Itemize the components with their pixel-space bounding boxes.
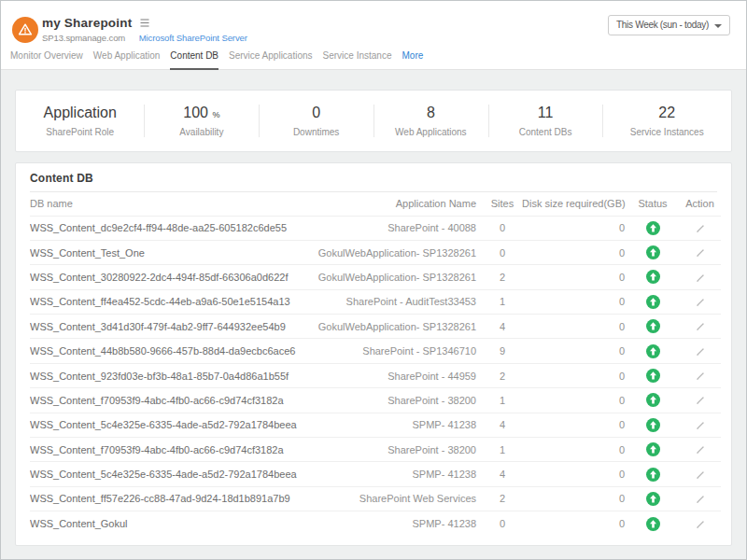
column-header-sites[interactable]: Sites xyxy=(483,192,522,216)
sites-cell: 2 xyxy=(483,265,522,289)
stat-downtimes: 0 Downtimes xyxy=(259,91,374,151)
application-name-cell: SharePoint - AuditTest33453 xyxy=(310,289,483,314)
db-name-cell: WSS_Content_3d41d30f-479f-4ab2-9ff7-6449… xyxy=(30,315,310,339)
tab-content-db[interactable]: Content DB xyxy=(170,50,218,70)
status-up-icon xyxy=(646,344,660,358)
stat-value: 11 xyxy=(538,105,554,120)
db-name-cell: WSS_Content_30280922-2dc4-494f-85df-6630… xyxy=(30,265,310,289)
edit-pencil-icon[interactable] xyxy=(695,273,706,284)
application-name-cell: SPMP- 41238 xyxy=(310,413,483,437)
disk-size-cell: 0 xyxy=(522,462,627,486)
monitor-host: SP13.spmanage.com xyxy=(42,33,125,43)
stat-label: Content DBs xyxy=(488,127,603,137)
table-row: WSS_Content_f70953f9-4abc-4fb0-ac66-c9d7… xyxy=(30,388,721,413)
table-row: WSS_Content_44b8b580-9666-457b-88d4-da9e… xyxy=(30,339,721,363)
sites-cell: 4 xyxy=(483,315,522,339)
application-name-cell: SPMP- 41238 xyxy=(310,462,483,486)
column-header-disk-size[interactable]: Disk size required(GB) xyxy=(522,192,627,216)
edit-pencil-icon[interactable] xyxy=(695,395,706,406)
stat-availability: 100 % Availability xyxy=(144,91,259,151)
column-header-action[interactable]: Action xyxy=(679,192,721,216)
status-cell xyxy=(627,462,679,486)
tab-monitor-overview[interactable]: Monitor Overview xyxy=(10,50,83,69)
application-name-cell: SPMP- 41238 xyxy=(310,511,483,536)
status-up-icon xyxy=(646,245,660,259)
tab-service-instance[interactable]: Service Instance xyxy=(323,50,392,69)
table-row: WSS_Content_923fd03e-bf3b-48a1-85b7-0a4d… xyxy=(30,363,721,387)
time-period-dropdown[interactable]: This Week (sun - today) xyxy=(608,15,730,35)
stat-label: Downtimes xyxy=(259,127,374,137)
edit-pencil-icon[interactable] xyxy=(695,494,706,505)
disk-size-cell: 0 xyxy=(522,289,627,314)
sites-cell: 1 xyxy=(483,438,522,462)
disk-size-cell: 0 xyxy=(522,315,627,339)
sites-cell: 9 xyxy=(483,339,522,363)
sites-cell: 0 xyxy=(483,511,522,536)
stat-label: Web Applications xyxy=(374,127,488,137)
edit-pencil-icon[interactable] xyxy=(695,519,706,530)
status-cell xyxy=(627,486,679,511)
edit-pencil-icon[interactable] xyxy=(695,469,706,481)
content-db-title: Content DB xyxy=(30,163,717,192)
tab-web-application[interactable]: Web Application xyxy=(93,50,161,69)
table-header-row: DB name Application Name Sites Disk size… xyxy=(30,192,721,216)
edit-pencil-icon[interactable] xyxy=(695,346,706,357)
edit-pencil-icon[interactable] xyxy=(695,223,706,234)
table-row: WSS_Content_30280922-2dc4-494f-85df-6630… xyxy=(30,265,721,289)
column-header-db-name[interactable]: DB name xyxy=(30,192,310,216)
sites-cell: 0 xyxy=(483,216,522,240)
disk-size-cell: 0 xyxy=(522,438,627,462)
status-up-icon xyxy=(646,295,660,309)
column-header-application-name[interactable]: Application Name xyxy=(310,192,483,216)
edit-pencil-icon[interactable] xyxy=(695,247,706,259)
disk-size-cell: 0 xyxy=(522,216,627,240)
status-up-icon xyxy=(646,393,660,407)
menu-icon[interactable] xyxy=(140,19,149,27)
sites-cell: 4 xyxy=(483,462,522,486)
db-name-cell: WSS_Content_5c4e325e-6335-4ade-a5d2-792a… xyxy=(30,462,310,486)
status-cell xyxy=(627,388,679,413)
edit-pencil-icon[interactable] xyxy=(695,297,706,308)
disk-size-cell: 0 xyxy=(522,388,627,413)
summary-stats-panel: Application SharePoint Role 100 % Availa… xyxy=(15,90,732,152)
table-row: WSS_Content_Test_One GokulWebApplication… xyxy=(30,240,721,264)
status-up-icon xyxy=(646,270,660,284)
edit-pencil-icon[interactable] xyxy=(695,321,706,332)
edit-pencil-icon[interactable] xyxy=(695,444,706,455)
sites-cell: 2 xyxy=(483,486,522,511)
monitor-logo-icon xyxy=(12,17,38,43)
edit-pencil-icon[interactable] xyxy=(695,371,706,382)
application-name-cell: GokulWebApplication- SP1328261 xyxy=(310,315,483,339)
application-name-cell: SharePoint - 44959 xyxy=(310,363,483,387)
db-name-cell: WSS_Content_923fd03e-bf3b-48a1-85b7-0a4d… xyxy=(30,363,310,387)
stat-content-dbs: 11 Content DBs xyxy=(488,91,603,151)
stat-sharepoint-role: Application SharePoint Role xyxy=(16,91,144,151)
sites-cell: 0 xyxy=(483,240,522,264)
disk-size-cell: 0 xyxy=(522,240,627,264)
table-row: WSS_Content_ff4ea452-5cdc-44eb-a9a6-50e1… xyxy=(30,289,721,314)
page-title: my Sharepoint xyxy=(42,16,132,30)
content-db-table-body: WSS_Content_dc9e2cf4-ff94-48de-aa25-6051… xyxy=(30,216,721,536)
tab-bar: Monitor Overview Web Application Content… xyxy=(1,43,746,70)
sites-cell: 2 xyxy=(483,363,522,387)
status-cell xyxy=(627,511,679,536)
server-type-link[interactable]: Microsoft SharePoint Server xyxy=(139,33,247,43)
status-cell xyxy=(627,438,679,462)
column-header-status[interactable]: Status xyxy=(627,192,679,216)
tab-service-applications[interactable]: Service Applications xyxy=(229,50,313,69)
table-row: WSS_Content_dc9e2cf4-ff94-48de-aa25-6051… xyxy=(30,216,721,240)
application-name-cell: GokulWebApplication- SP1328261 xyxy=(310,265,483,289)
action-cell xyxy=(679,413,721,437)
status-cell xyxy=(627,315,679,339)
db-name-cell: WSS_Content_ff57e226-cc88-47ad-9d24-18d1… xyxy=(30,486,310,511)
stat-value: Application xyxy=(44,105,117,120)
edit-pencil-icon[interactable] xyxy=(695,420,706,431)
status-up-icon xyxy=(646,492,660,506)
table-row: WSS_Content_3d41d30f-479f-4ab2-9ff7-6449… xyxy=(30,315,721,339)
application-name-cell: SharePoint Web Services xyxy=(310,486,483,511)
tab-more[interactable]: More xyxy=(402,50,423,69)
table-row: WSS_Content_f70953f9-4abc-4fb0-ac66-c9d7… xyxy=(30,438,721,462)
action-cell xyxy=(679,339,721,363)
action-cell xyxy=(679,265,721,289)
stat-service-instances: 22 Service Instances xyxy=(602,91,730,151)
